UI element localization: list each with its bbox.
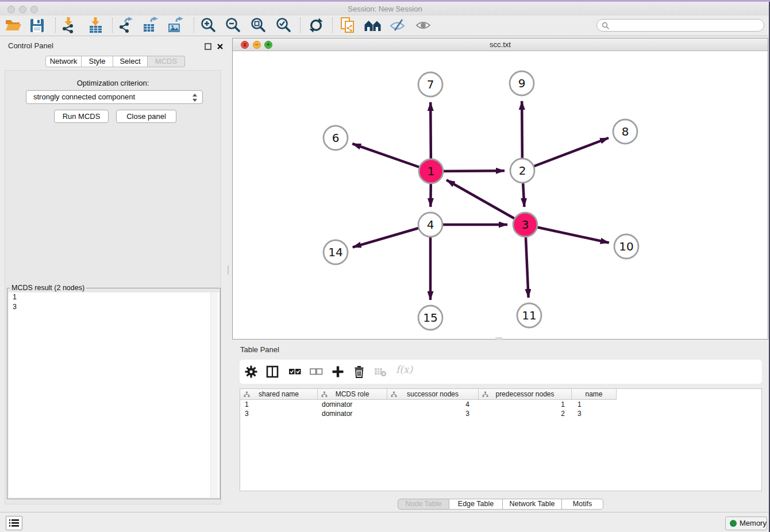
mcds-result-title: MCDS result (2 nodes)	[10, 284, 86, 292]
tab-style[interactable]: Style	[82, 56, 113, 67]
node-8[interactable]: 8	[613, 119, 637, 144]
cell-shared-name[interactable]: 3	[240, 409, 318, 418]
import-network-icon[interactable]	[60, 17, 77, 34]
tab-select[interactable]: Select	[113, 56, 148, 67]
tab-mcds[interactable]: MCDS	[148, 56, 185, 67]
mcds-result-item[interactable]: 1	[9, 292, 219, 302]
cell-name[interactable]: 1	[572, 400, 617, 409]
svg-text:8: 8	[622, 125, 629, 138]
svg-text:4: 4	[427, 218, 434, 232]
show-columns-icon[interactable]	[265, 365, 279, 379]
function-builder-icon[interactable]: f(x)	[396, 364, 410, 377]
zoom-out-icon[interactable]	[225, 17, 242, 34]
cell-shared-name[interactable]: 1	[240, 400, 318, 409]
column-type-icon	[244, 391, 250, 398]
tab-edge-table[interactable]: Edge Table	[449, 499, 503, 510]
titlebar: Session: New Session	[0, 2, 770, 16]
column-header-shared-name[interactable]: shared name	[240, 389, 318, 400]
column-header-predecessor-nodes[interactable]: predecessor nodes	[479, 389, 572, 400]
search-icon	[602, 22, 610, 30]
node-15[interactable]: 15	[418, 306, 442, 330]
node-6[interactable]: 6	[324, 126, 348, 150]
optimization-criterion-label: Optimization criterion:	[5, 79, 221, 87]
svg-text:11: 11	[522, 309, 536, 322]
run-mcds-button[interactable]: Run MCDS	[54, 110, 109, 123]
toolbar-separator	[300, 18, 301, 33]
table-toolbar: f(x)	[240, 360, 762, 384]
open-session-icon[interactable]	[4, 17, 21, 34]
share-documents-icon[interactable]	[339, 17, 356, 34]
cell-predecessor[interactable]: 2	[479, 409, 572, 418]
unselect-all-icon[interactable]	[309, 365, 323, 379]
node-3[interactable]: 3	[513, 213, 537, 237]
toolbar-separator	[332, 18, 333, 33]
result-scrollbar[interactable]	[210, 292, 218, 498]
svg-text:9: 9	[518, 76, 526, 90]
import-table-icon[interactable]	[87, 17, 104, 34]
table-settings-gear-icon[interactable]	[244, 365, 258, 379]
zoom-selected-icon[interactable]	[275, 17, 292, 34]
search-input[interactable]	[612, 21, 758, 30]
node-1[interactable]: 1	[419, 159, 443, 183]
svg-text:2: 2	[519, 164, 526, 178]
mcds-result-item[interactable]: 3	[9, 302, 219, 312]
column-header-successor-nodes[interactable]: successor nodes	[387, 389, 479, 400]
column-header-name[interactable]: name	[572, 389, 617, 400]
tab-network[interactable]: Network	[45, 56, 82, 67]
toolbar-separator	[112, 18, 113, 33]
node-table: shared name MCDS role successor nodes pr…	[240, 388, 762, 491]
control-panel-float-icon[interactable]	[205, 42, 211, 49]
zoom-in-icon[interactable]	[200, 17, 217, 34]
houses-icon[interactable]	[364, 17, 382, 34]
node-11[interactable]: 11	[517, 303, 541, 327]
tab-network-table[interactable]: Network Table	[503, 499, 562, 510]
node-7[interactable]: 7	[418, 72, 442, 97]
memory-button[interactable]: Memory	[725, 516, 767, 530]
node-2[interactable]: 2	[510, 159, 534, 183]
save-session-icon[interactable]	[28, 17, 45, 34]
tab-motifs[interactable]: Motifs	[562, 499, 603, 510]
table-row[interactable]: 3 dominator 3 2 3	[240, 409, 761, 418]
window-border-top	[0, 0, 770, 2]
export-network-icon[interactable]	[117, 17, 134, 34]
cell-successor[interactable]: 4	[387, 400, 479, 409]
mcds-result-list[interactable]: 1 3	[9, 292, 219, 498]
node-4[interactable]: 4	[418, 213, 442, 237]
node-9[interactable]: 9	[510, 71, 534, 95]
search-box	[596, 19, 764, 32]
tab-node-table[interactable]: Node Table	[398, 499, 449, 510]
cell-successor[interactable]: 3	[387, 409, 479, 418]
task-history-button[interactable]	[6, 516, 22, 530]
zoom-fit-icon[interactable]	[250, 17, 267, 34]
cell-mcds-role[interactable]: dominator	[318, 409, 387, 418]
node-14[interactable]: 14	[324, 240, 348, 264]
export-image-icon[interactable]	[167, 17, 184, 34]
export-table-icon[interactable]	[142, 17, 159, 34]
svg-text:10: 10	[619, 240, 633, 253]
cell-mcds-role[interactable]: dominator	[318, 400, 387, 409]
criterion-dropdown[interactable]: strongly connected component	[26, 90, 203, 104]
node-10[interactable]: 10	[614, 234, 638, 259]
table-row[interactable]: 1 dominator 4 1 1	[240, 400, 761, 409]
network-window-titlebar: x − + scc.txt	[233, 38, 768, 51]
control-panel-close-icon[interactable]	[217, 42, 224, 49]
toolbar-separator	[55, 18, 56, 33]
add-column-icon[interactable]	[331, 365, 345, 379]
edge-3-1[interactable]	[446, 180, 525, 225]
network-canvas[interactable]: 7 9 6 8 1 2 4 3 14 10 15 11	[233, 51, 768, 339]
dropdown-stepper-icon	[192, 94, 198, 102]
edge-2-8[interactable]	[522, 138, 609, 171]
close-panel-button[interactable]: Close panel	[116, 110, 176, 123]
delete-column-trash-icon[interactable]	[352, 365, 366, 379]
control-panel-title: Control Panel	[8, 41, 53, 50]
column-header-mcds-role[interactable]: MCDS role	[318, 389, 387, 400]
delete-table-icon[interactable]	[374, 365, 387, 379]
cell-predecessor[interactable]: 1	[479, 400, 572, 409]
eye-icon[interactable]	[415, 17, 432, 34]
window-title: Session: New Session	[0, 5, 770, 13]
svg-text:3: 3	[522, 218, 529, 232]
cell-name[interactable]: 3	[572, 409, 617, 418]
refresh-icon[interactable]	[307, 17, 325, 34]
hide-eye-icon[interactable]	[389, 17, 406, 34]
select-all-icon[interactable]	[288, 365, 302, 379]
